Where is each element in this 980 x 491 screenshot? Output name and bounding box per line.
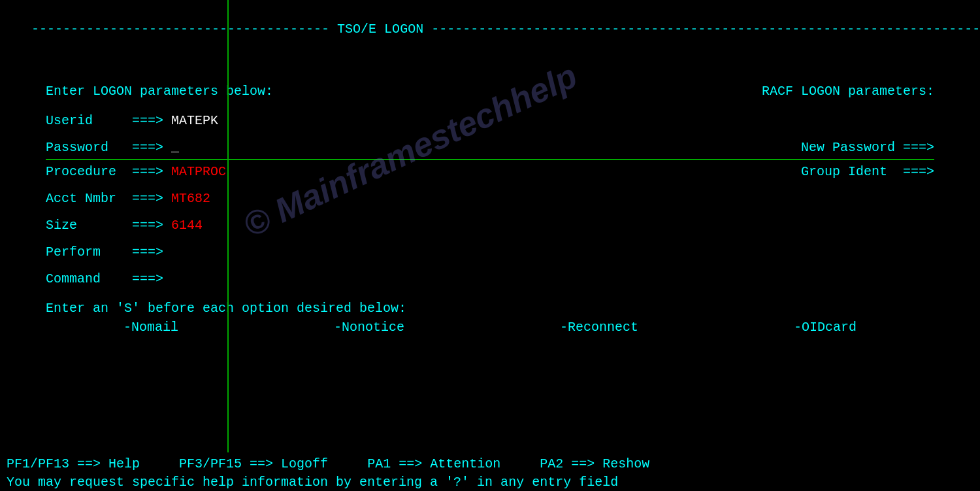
size-value[interactable]: 6144 (171, 218, 203, 233)
procedure-label: Procedure (46, 164, 124, 179)
acct-nmbr-arrow: ===> (124, 191, 171, 206)
perform-arrow: ===> (124, 245, 171, 260)
size-arrow: ===> (124, 218, 171, 233)
perform-label: Perform (46, 245, 124, 260)
password-label: Password (46, 140, 124, 155)
acct-nmbr-label: Acct Nmbr (46, 191, 124, 206)
vertical-divider (227, 0, 229, 491)
group-ident-label: Group Ident ===> (801, 164, 934, 179)
pa2: PA2 ==> Reshow (540, 456, 649, 471)
option-oidcard[interactable]: -OIDcard (794, 320, 857, 335)
page-title: TSO/E LOGON (337, 22, 423, 37)
option-nomail[interactable]: -Nomail (123, 320, 178, 335)
pf-keys-line: PF1/PF13 ==> Help PF3/PF15 ==> Logoff PA… (7, 454, 973, 475)
top-border-left: ---------------------------- (31, 22, 251, 37)
terminal-screen: -------------------------------------- T… (0, 0, 980, 491)
top-border-dashes2: ----------------------------------------… (423, 22, 980, 37)
options-section: Enter an 'S' before each option desired … (46, 301, 934, 335)
pf3: PF3/PF15 ==> Logoff (179, 456, 328, 471)
userid-arrow: ===> (124, 113, 171, 128)
left-section-header: Enter LOGON parameters below: (46, 84, 273, 99)
horizontal-divider (46, 159, 934, 160)
options-header: Enter an 'S' before each option desired … (46, 301, 934, 316)
size-label: Size (46, 218, 124, 233)
content-area: Enter LOGON parameters below: RACF LOGON… (0, 72, 980, 335)
userid-label: Userid (46, 113, 124, 128)
bottom-bar: PF1/PF13 ==> Help PF3/PF15 ==> Logoff PA… (0, 452, 980, 491)
userid-value[interactable]: MATEPK (171, 113, 218, 128)
procedure-arrow: ===> (124, 164, 171, 179)
procedure-value[interactable]: MATPROC (171, 164, 226, 179)
password-arrow: ===> (124, 140, 171, 155)
password-value[interactable]: _ (171, 140, 179, 155)
new-password-label: New Password ===> (801, 140, 934, 155)
option-nonotice[interactable]: -Nonotice (334, 320, 404, 335)
acct-nmbr-value[interactable]: MT682 (171, 191, 210, 206)
command-label: Command (46, 271, 124, 286)
option-reconnect[interactable]: -Reconnect (560, 320, 638, 335)
top-border-dashes1: ---------- (251, 22, 337, 37)
pf1: PF1/PF13 ==> Help (7, 456, 140, 471)
pa1: PA1 ==> Attention (367, 456, 500, 471)
command-arrow: ===> (124, 271, 171, 286)
right-section-header: RACF LOGON parameters: (762, 84, 934, 99)
help-line: You may request specific help informatio… (7, 475, 973, 490)
